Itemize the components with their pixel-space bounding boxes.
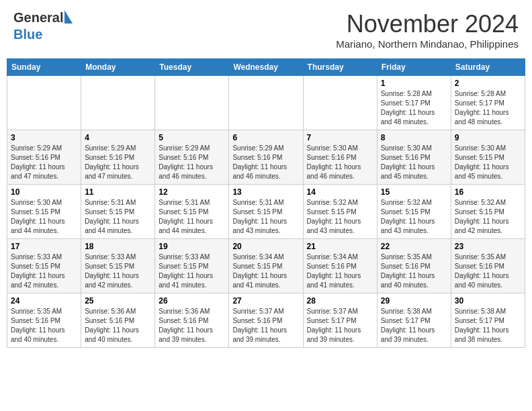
day-info: Sunrise: 5:30 AMSunset: 5:15 PMDaylight:… <box>11 198 77 236</box>
logo: General Blue <box>13 10 63 42</box>
day-info: Sunrise: 5:30 AMSunset: 5:16 PMDaylight:… <box>307 144 373 181</box>
month-title: November 2024 <box>336 10 519 38</box>
day-info: Sunrise: 5:33 AMSunset: 5:15 PMDaylight:… <box>11 253 77 290</box>
day-number: 10 <box>11 187 77 197</box>
day-info: Sunrise: 5:32 AMSunset: 5:15 PMDaylight:… <box>381 198 447 236</box>
page-header: General Blue November 2024 Mariano, Nort… <box>7 7 525 53</box>
logo-general: General <box>13 10 63 25</box>
day-info: Sunrise: 5:31 AMSunset: 5:15 PMDaylight:… <box>159 198 225 236</box>
day-info: Sunrise: 5:35 AMSunset: 5:16 PMDaylight:… <box>11 307 77 345</box>
day-info: Sunrise: 5:30 AMSunset: 5:16 PMDaylight:… <box>381 144 447 181</box>
calendar-table: SundayMondayTuesdayWednesdayThursdayFrid… <box>7 58 525 348</box>
day-info: Sunrise: 5:32 AMSunset: 5:15 PMDaylight:… <box>307 198 373 236</box>
title-section: November 2024 Mariano, Northern Mindanao… <box>336 10 519 50</box>
calendar-header: SundayMondayTuesdayWednesdayThursdayFrid… <box>7 59 525 76</box>
weekday-header: Thursday <box>303 59 377 76</box>
calendar-cell <box>303 76 377 130</box>
calendar-cell: 26Sunrise: 5:36 AMSunset: 5:16 PMDayligh… <box>155 293 229 348</box>
calendar-cell: 5Sunrise: 5:29 AMSunset: 5:16 PMDaylight… <box>155 130 229 185</box>
calendar-cell: 24Sunrise: 5:35 AMSunset: 5:16 PMDayligh… <box>7 293 81 348</box>
calendar-cell: 21Sunrise: 5:34 AMSunset: 5:16 PMDayligh… <box>303 239 377 293</box>
calendar-cell: 19Sunrise: 5:33 AMSunset: 5:15 PMDayligh… <box>155 239 229 293</box>
calendar-cell: 17Sunrise: 5:33 AMSunset: 5:15 PMDayligh… <box>7 239 81 293</box>
day-number: 15 <box>381 187 447 197</box>
day-number: 21 <box>307 242 373 251</box>
day-info: Sunrise: 5:32 AMSunset: 5:15 PMDaylight:… <box>455 198 521 236</box>
day-number: 18 <box>85 242 151 251</box>
day-info: Sunrise: 5:36 AMSunset: 5:16 PMDaylight:… <box>85 307 151 345</box>
calendar-cell: 10Sunrise: 5:30 AMSunset: 5:15 PMDayligh… <box>7 185 81 239</box>
day-info: Sunrise: 5:30 AMSunset: 5:15 PMDaylight:… <box>455 144 521 181</box>
calendar-cell: 3Sunrise: 5:29 AMSunset: 5:16 PMDaylight… <box>7 130 81 185</box>
calendar-cell: 23Sunrise: 5:35 AMSunset: 5:16 PMDayligh… <box>451 239 525 293</box>
day-info: Sunrise: 5:31 AMSunset: 5:15 PMDaylight:… <box>232 198 299 236</box>
weekday-header: Friday <box>377 59 451 76</box>
calendar-cell <box>81 76 155 130</box>
day-number: 19 <box>159 242 225 251</box>
calendar-cell: 30Sunrise: 5:38 AMSunset: 5:17 PMDayligh… <box>451 293 525 348</box>
weekday-header: Sunday <box>7 59 81 76</box>
calendar-cell: 2Sunrise: 5:28 AMSunset: 5:17 PMDaylight… <box>451 76 525 130</box>
day-number: 24 <box>11 296 77 306</box>
calendar-week-row: 17Sunrise: 5:33 AMSunset: 5:15 PMDayligh… <box>7 239 525 293</box>
day-number: 7 <box>307 133 373 142</box>
day-info: Sunrise: 5:35 AMSunset: 5:16 PMDaylight:… <box>381 253 447 290</box>
day-number: 5 <box>159 133 225 142</box>
day-info: Sunrise: 5:35 AMSunset: 5:16 PMDaylight:… <box>455 253 521 290</box>
day-number: 26 <box>159 296 225 306</box>
day-info: Sunrise: 5:38 AMSunset: 5:17 PMDaylight:… <box>455 307 521 345</box>
day-number: 25 <box>85 296 151 306</box>
day-info: Sunrise: 5:33 AMSunset: 5:15 PMDaylight:… <box>85 253 151 290</box>
calendar-cell: 11Sunrise: 5:31 AMSunset: 5:15 PMDayligh… <box>81 185 155 239</box>
day-number: 23 <box>455 242 521 251</box>
calendar-cell: 27Sunrise: 5:37 AMSunset: 5:16 PMDayligh… <box>229 293 303 348</box>
calendar-cell: 14Sunrise: 5:32 AMSunset: 5:15 PMDayligh… <box>303 185 377 239</box>
calendar-cell: 1Sunrise: 5:28 AMSunset: 5:17 PMDaylight… <box>377 76 451 130</box>
calendar-cell: 6Sunrise: 5:29 AMSunset: 5:16 PMDaylight… <box>229 130 303 185</box>
calendar-cell: 20Sunrise: 5:34 AMSunset: 5:15 PMDayligh… <box>229 239 303 293</box>
weekday-header: Tuesday <box>155 59 229 76</box>
day-info: Sunrise: 5:33 AMSunset: 5:15 PMDaylight:… <box>159 253 225 290</box>
calendar-cell <box>229 76 303 130</box>
calendar-week-row: 24Sunrise: 5:35 AMSunset: 5:16 PMDayligh… <box>7 293 525 348</box>
weekday-header: Monday <box>81 59 155 76</box>
day-number: 9 <box>455 133 521 142</box>
day-number: 8 <box>381 133 447 142</box>
day-number: 28 <box>307 296 373 306</box>
calendar-cell: 4Sunrise: 5:29 AMSunset: 5:16 PMDaylight… <box>81 130 155 185</box>
day-info: Sunrise: 5:29 AMSunset: 5:16 PMDaylight:… <box>232 144 299 181</box>
day-number: 22 <box>381 242 447 251</box>
weekday-header: Wednesday <box>229 59 303 76</box>
calendar-cell: 8Sunrise: 5:30 AMSunset: 5:16 PMDaylight… <box>377 130 451 185</box>
calendar-cell: 12Sunrise: 5:31 AMSunset: 5:15 PMDayligh… <box>155 185 229 239</box>
weekday-header: Saturday <box>451 59 525 76</box>
calendar-cell: 29Sunrise: 5:38 AMSunset: 5:17 PMDayligh… <box>377 293 451 348</box>
calendar-cell <box>7 76 81 130</box>
day-number: 27 <box>232 296 299 306</box>
day-number: 12 <box>159 187 225 197</box>
day-info: Sunrise: 5:38 AMSunset: 5:17 PMDaylight:… <box>381 307 447 345</box>
calendar-week-row: 10Sunrise: 5:30 AMSunset: 5:15 PMDayligh… <box>7 185 525 239</box>
day-info: Sunrise: 5:31 AMSunset: 5:15 PMDaylight:… <box>85 198 151 236</box>
day-number: 2 <box>455 79 521 88</box>
day-number: 29 <box>381 296 447 306</box>
day-info: Sunrise: 5:37 AMSunset: 5:17 PMDaylight:… <box>307 307 373 345</box>
calendar-cell: 25Sunrise: 5:36 AMSunset: 5:16 PMDayligh… <box>81 293 155 348</box>
day-info: Sunrise: 5:37 AMSunset: 5:16 PMDaylight:… <box>232 307 299 345</box>
calendar-cell: 28Sunrise: 5:37 AMSunset: 5:17 PMDayligh… <box>303 293 377 348</box>
calendar-cell: 15Sunrise: 5:32 AMSunset: 5:15 PMDayligh… <box>377 185 451 239</box>
day-number: 11 <box>85 187 151 197</box>
day-info: Sunrise: 5:28 AMSunset: 5:17 PMDaylight:… <box>455 89 521 127</box>
day-number: 3 <box>11 133 77 142</box>
day-number: 4 <box>85 133 151 142</box>
day-info: Sunrise: 5:29 AMSunset: 5:16 PMDaylight:… <box>85 144 151 181</box>
logo-blue: Blue <box>13 27 42 42</box>
calendar-cell: 9Sunrise: 5:30 AMSunset: 5:15 PMDaylight… <box>451 130 525 185</box>
day-number: 13 <box>232 187 299 197</box>
day-info: Sunrise: 5:34 AMSunset: 5:15 PMDaylight:… <box>232 253 299 290</box>
day-info: Sunrise: 5:28 AMSunset: 5:17 PMDaylight:… <box>381 89 447 127</box>
day-number: 20 <box>232 242 299 251</box>
calendar-body: 1Sunrise: 5:28 AMSunset: 5:17 PMDaylight… <box>7 76 525 348</box>
day-info: Sunrise: 5:29 AMSunset: 5:16 PMDaylight:… <box>11 144 77 181</box>
header-row: SundayMondayTuesdayWednesdayThursdayFrid… <box>7 59 525 76</box>
